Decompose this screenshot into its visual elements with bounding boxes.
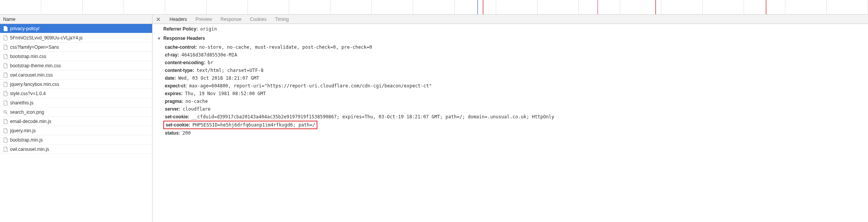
request-row[interactable]: style.css?v=1.0.4: [0, 89, 152, 98]
timeline-cell: [0, 0, 41, 14]
request-name: css?family=Open+Sans: [10, 44, 59, 50]
header-value: max-age=604800, report-uri="https://repo…: [189, 83, 432, 89]
header-name: cache-control:: [165, 44, 197, 50]
request-row[interactable]: privacy-policy/: [0, 24, 152, 33]
request-name: privacy-policy/: [10, 26, 39, 31]
tab-response[interactable]: Response: [220, 17, 241, 22]
document-icon: [3, 128, 8, 133]
document-icon: [3, 100, 8, 106]
details-pane: HeadersPreviewResponseCookiesTiming Refe…: [153, 15, 868, 222]
request-name: jquery.fancybox.min.css: [10, 82, 59, 87]
referrer-policy-label: Referrer Policy:: [163, 26, 198, 32]
header-value: 200: [182, 130, 191, 136]
request-row[interactable]: bootstrap.min.js: [0, 135, 152, 145]
document-icon: [3, 54, 8, 59]
details-tabs: HeadersPreviewResponseCookiesTiming: [153, 15, 868, 24]
header-name: status:: [165, 130, 180, 136]
tab-timing[interactable]: Timing: [275, 17, 289, 22]
response-header-row: cf-ray:46416d387d85530e-MIA: [156, 51, 865, 59]
name-column-header[interactable]: Name: [0, 15, 152, 24]
svg-point-0: [4, 110, 6, 113]
request-name: style.css?v=1.0.4: [10, 91, 46, 96]
timeline-cell: [124, 0, 165, 14]
response-headers-section[interactable]: ▼ Response Headers: [156, 32, 865, 43]
tab-preview[interactable]: Preview: [195, 17, 212, 22]
header-name: set-cookie:: [166, 122, 190, 128]
header-name: server:: [165, 106, 180, 112]
header-value: PHPSESSID=he5hj6drfq6uanp1im4rfkugd6; pa…: [192, 122, 315, 128]
request-name: 5FmhiOzSLvvd_909IUu-cVLjaY4.js: [10, 35, 83, 41]
request-row[interactable]: sharethis.js: [0, 98, 152, 108]
request-row[interactable]: bootstrap-theme.min.css: [0, 61, 152, 70]
request-name: owl.carousel.min.js: [10, 147, 49, 152]
header-value: text/html; charset=UTF-8: [197, 68, 263, 73]
response-header-row: cache-control:no-store, no-cache, must-r…: [156, 43, 865, 51]
timeline-cell: [579, 0, 620, 14]
header-value: cloudflare: [183, 106, 210, 112]
document-icon: [3, 137, 8, 143]
timeline-cell: [207, 0, 248, 14]
request-row[interactable]: owl.carousel.min.js: [0, 145, 152, 154]
svg-line-1: [6, 113, 8, 114]
timeline-cell: [165, 0, 207, 14]
header-value: no-store, no-cache, must-revalidate, pos…: [199, 44, 372, 50]
request-row[interactable]: css?family=Open+Sans: [0, 43, 152, 52]
tab-cookies[interactable]: Cookies: [250, 17, 266, 22]
header-name: pragma:: [165, 99, 183, 104]
timeline-cell: [496, 0, 537, 14]
document-icon: [3, 26, 8, 31]
document-icon: [3, 82, 8, 87]
network-container: Name privacy-policy/5FmhiOzSLvvd_909IUu-…: [0, 15, 868, 222]
timeline-cell: [661, 0, 703, 14]
document-icon: [3, 91, 8, 96]
document-icon: [3, 72, 8, 78]
request-row[interactable]: search_icon.png: [0, 108, 152, 117]
request-row[interactable]: jquery.fancybox.min.css: [0, 80, 152, 89]
timeline-cell: [413, 0, 454, 14]
timeline-cell: [289, 0, 331, 14]
header-value: br: [208, 60, 213, 65]
header-name: expect-ct:: [165, 83, 187, 89]
response-header-row: set-cookie:__cfduid=d39917cba20143a404ac…: [156, 113, 865, 121]
close-icon[interactable]: [156, 17, 161, 22]
timeline-marker: [655, 0, 656, 14]
request-list: privacy-policy/5FmhiOzSLvvd_909IUu-cVLja…: [0, 24, 152, 222]
document-icon: [3, 35, 8, 41]
header-value: __cfduid=d39917cba20143a404ac35b2e919791…: [192, 114, 554, 120]
timeline-marker: [766, 0, 766, 14]
request-row[interactable]: bootstrap.min.css: [0, 52, 152, 61]
header-value: no-cache: [185, 99, 208, 104]
header-name: cf-ray:: [165, 52, 179, 58]
timeline-overview[interactable]: [0, 0, 868, 15]
request-name: bootstrap.min.css: [10, 54, 46, 59]
search-icon: [3, 109, 8, 115]
timeline-cell: [455, 0, 496, 14]
timeline-cell: [372, 0, 413, 14]
request-name: owl.carousel.min.css: [10, 72, 53, 78]
timeline-cell: [827, 0, 868, 14]
response-header-row: set-cookie:PHPSESSID=he5hj6drfq6uanp1im4…: [163, 121, 317, 129]
request-row[interactable]: jquery.min.js: [0, 126, 152, 135]
referrer-policy-value: origin: [200, 26, 217, 32]
timeline-cell: [744, 0, 785, 14]
tab-headers[interactable]: Headers: [170, 17, 187, 22]
timeline-cell: [41, 0, 83, 14]
header-name: expires:: [165, 91, 183, 96]
header-name: date:: [165, 75, 176, 81]
response-header-row: date:Wed, 03 Oct 2018 18:21:07 GMT: [156, 74, 865, 82]
referrer-policy-row: Referrer Policy: origin: [156, 26, 865, 32]
chevron-down-icon: ▼: [157, 36, 161, 41]
details-body: Referrer Policy: origin ▼ Response Heade…: [153, 24, 868, 222]
timeline-marker: [483, 0, 483, 14]
request-row[interactable]: email-decode.min.js: [0, 117, 152, 126]
timeline-cell: [248, 0, 289, 14]
timeline-cell: [331, 0, 372, 14]
response-header-row: expect-ct:max-age=604800, report-uri="ht…: [156, 82, 865, 90]
response-header-row: content-type:text/html; charset=UTF-8: [156, 67, 865, 74]
timeline-cell: [703, 0, 744, 14]
request-row[interactable]: owl.carousel.min.css: [0, 70, 152, 80]
header-value: Thu, 19 Nov 1981 08:52:00 GMT: [185, 91, 266, 96]
timeline-marker: [477, 0, 478, 14]
request-row[interactable]: 5FmhiOzSLvvd_909IUu-cVLjaY4.js: [0, 33, 152, 43]
request-name: search_icon.png: [10, 109, 44, 115]
